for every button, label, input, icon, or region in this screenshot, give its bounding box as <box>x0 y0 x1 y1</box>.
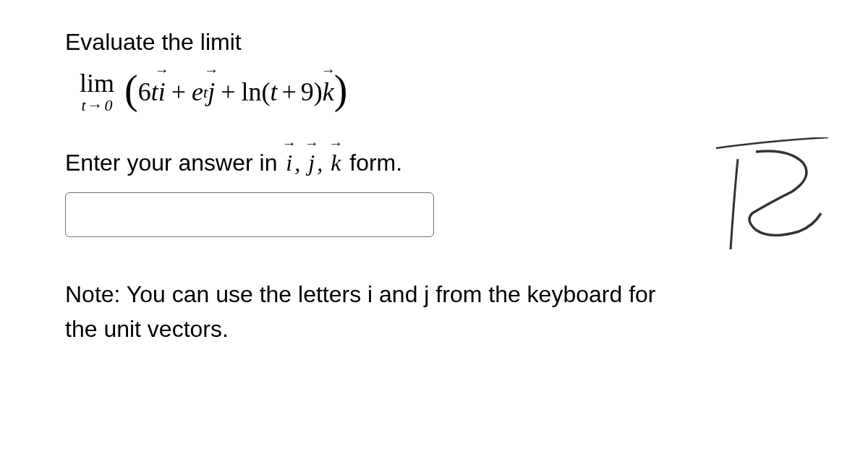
lim-target: 0 <box>105 96 113 114</box>
instruction-vec-j: j <box>308 150 315 176</box>
lim-var: t <box>81 96 85 114</box>
question-heading: Evaluate the limit <box>65 29 803 56</box>
instruction-vec-i: i <box>286 150 292 176</box>
term-3: ln(t+9)k <box>241 77 333 107</box>
answer-instruction: Enter your answer in i, j, k form. <box>65 150 803 176</box>
instruction-comma1: , <box>294 150 306 176</box>
rpar3: ) <box>314 77 323 107</box>
base2: e <box>192 77 203 107</box>
instruction-suffix: form. <box>343 150 402 176</box>
lim-arrow: → <box>86 96 105 114</box>
inner3b: 9 <box>301 77 314 107</box>
term-2: etj <box>192 77 215 107</box>
lim-subscript: t→0 <box>81 98 112 113</box>
instruction-prefix: Enter your answer in <box>65 150 284 176</box>
lim-text: lim <box>80 70 114 96</box>
vec-j: j <box>208 77 215 107</box>
answer-input[interactable] <box>65 192 434 237</box>
limit-expression: lim t→0 ( 6ti + etj + ln(t+9)k ) <box>80 70 803 113</box>
handwritten-annotation <box>709 137 832 253</box>
limit-operator: lim t→0 <box>80 70 114 113</box>
func3: ln <box>241 77 261 107</box>
var1: t <box>151 77 158 107</box>
instruction-vec-k: k <box>331 150 341 176</box>
expression-body: ( 6ti + etj + ln(t+9)k ) <box>124 77 347 107</box>
inner3a: t <box>270 77 277 107</box>
keyboard-note: Note: You can use the letters i and j fr… <box>65 277 687 346</box>
plus-2: + <box>215 77 241 107</box>
vec-k: k <box>323 77 334 107</box>
vec-i: i <box>158 77 166 107</box>
lpar3: ( <box>261 77 270 107</box>
coef1: 6 <box>138 77 151 107</box>
plus-1: + <box>166 77 192 107</box>
plus-3: + <box>277 77 300 107</box>
instruction-comma2: , <box>317 150 328 176</box>
term-1: 6ti <box>138 77 166 107</box>
